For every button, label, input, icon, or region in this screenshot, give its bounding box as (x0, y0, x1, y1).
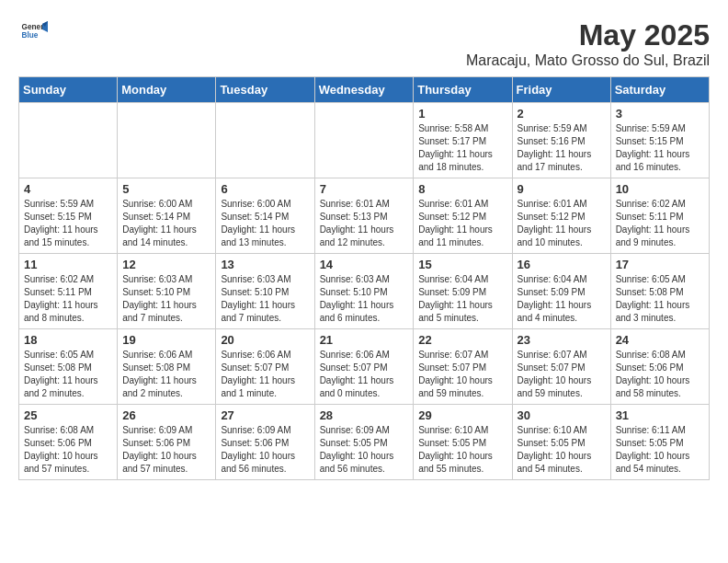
day-number: 21 (320, 333, 409, 347)
day-info: Sunrise: 6:02 AM Sunset: 5:11 PM Dayligh… (24, 273, 112, 325)
calendar-cell: 3Sunrise: 5:59 AM Sunset: 5:15 PM Daylig… (610, 103, 709, 178)
calendar-cell: 26Sunrise: 6:09 AM Sunset: 5:06 PM Dayli… (118, 405, 216, 480)
calendar-cell: 8Sunrise: 6:01 AM Sunset: 5:12 PM Daylig… (414, 178, 512, 254)
day-info: Sunrise: 5:58 AM Sunset: 5:17 PM Dayligh… (418, 122, 506, 174)
page-subtitle: Maracaju, Mato Grosso do Sul, Brazil (466, 52, 710, 69)
calendar-cell: 6Sunrise: 6:00 AM Sunset: 5:14 PM Daylig… (216, 178, 314, 254)
calendar-cell (19, 103, 118, 178)
calendar-cell: 20Sunrise: 6:06 AM Sunset: 5:07 PM Dayli… (216, 329, 314, 405)
day-info: Sunrise: 6:04 AM Sunset: 5:09 PM Dayligh… (518, 273, 606, 325)
day-info: Sunrise: 6:03 AM Sunset: 5:10 PM Dayligh… (320, 273, 409, 325)
day-info: Sunrise: 6:10 AM Sunset: 5:05 PM Dayligh… (518, 424, 606, 476)
calendar-cell: 1Sunrise: 5:58 AM Sunset: 5:17 PM Daylig… (414, 103, 512, 178)
day-number: 17 (616, 258, 704, 271)
day-number: 22 (418, 333, 506, 347)
day-number: 14 (320, 258, 409, 271)
day-info: Sunrise: 5:59 AM Sunset: 5:15 PM Dayligh… (616, 122, 704, 174)
calendar-cell: 19Sunrise: 6:06 AM Sunset: 5:08 PM Dayli… (118, 329, 216, 405)
day-number: 30 (518, 408, 606, 422)
column-header-sunday: Sunday (19, 77, 118, 103)
calendar-cell: 24Sunrise: 6:08 AM Sunset: 5:06 PM Dayli… (610, 329, 709, 405)
day-info: Sunrise: 6:00 AM Sunset: 5:14 PM Dayligh… (122, 198, 210, 249)
day-info: Sunrise: 5:59 AM Sunset: 5:16 PM Dayligh… (518, 122, 606, 174)
calendar-week-row: 25Sunrise: 6:08 AM Sunset: 5:06 PM Dayli… (19, 405, 710, 480)
day-info: Sunrise: 6:01 AM Sunset: 5:13 PM Dayligh… (320, 198, 409, 249)
day-number: 25 (24, 408, 112, 422)
day-number: 28 (320, 408, 409, 422)
svg-text:Blue: Blue (22, 31, 39, 40)
day-number: 8 (418, 182, 506, 196)
day-info: Sunrise: 6:06 AM Sunset: 5:07 PM Dayligh… (221, 349, 309, 400)
day-number: 1 (418, 107, 506, 121)
calendar-cell: 4Sunrise: 5:59 AM Sunset: 5:15 PM Daylig… (19, 178, 118, 254)
page-title: May 2025 (466, 18, 710, 52)
calendar-cell: 29Sunrise: 6:10 AM Sunset: 5:05 PM Dayli… (414, 405, 512, 480)
day-info: Sunrise: 6:01 AM Sunset: 5:12 PM Dayligh… (518, 198, 606, 249)
calendar-cell: 25Sunrise: 6:08 AM Sunset: 5:06 PM Dayli… (19, 405, 118, 480)
calendar-cell: 22Sunrise: 6:07 AM Sunset: 5:07 PM Dayli… (414, 329, 512, 405)
calendar-cell: 5Sunrise: 6:00 AM Sunset: 5:14 PM Daylig… (118, 178, 216, 254)
day-info: Sunrise: 6:02 AM Sunset: 5:11 PM Dayligh… (616, 198, 704, 249)
day-number: 26 (122, 408, 210, 422)
logo: General Blue (18, 18, 48, 46)
day-info: Sunrise: 6:03 AM Sunset: 5:10 PM Dayligh… (221, 273, 309, 325)
day-number: 11 (24, 258, 112, 271)
calendar-cell: 31Sunrise: 6:11 AM Sunset: 5:05 PM Dayli… (610, 405, 709, 480)
day-info: Sunrise: 6:09 AM Sunset: 5:05 PM Dayligh… (320, 424, 409, 476)
day-number: 19 (122, 333, 210, 347)
calendar-week-row: 4Sunrise: 5:59 AM Sunset: 5:15 PM Daylig… (19, 178, 710, 254)
calendar-cell (216, 103, 314, 178)
calendar-cell: 2Sunrise: 5:59 AM Sunset: 5:16 PM Daylig… (512, 103, 610, 178)
title-block: May 2025 Maracaju, Mato Grosso do Sul, B… (466, 18, 710, 69)
day-info: Sunrise: 6:10 AM Sunset: 5:05 PM Dayligh… (418, 424, 506, 476)
calendar-cell: 10Sunrise: 6:02 AM Sunset: 5:11 PM Dayli… (610, 178, 709, 254)
calendar-cell: 23Sunrise: 6:07 AM Sunset: 5:07 PM Dayli… (512, 329, 610, 405)
calendar-cell: 16Sunrise: 6:04 AM Sunset: 5:09 PM Dayli… (512, 254, 610, 329)
column-header-friday: Friday (512, 77, 610, 103)
day-number: 3 (616, 107, 704, 121)
day-number: 12 (122, 258, 210, 271)
day-number: 10 (616, 182, 704, 196)
day-number: 6 (221, 182, 309, 196)
day-info: Sunrise: 6:01 AM Sunset: 5:12 PM Dayligh… (418, 198, 506, 249)
day-number: 27 (221, 408, 309, 422)
calendar-cell: 27Sunrise: 6:09 AM Sunset: 5:06 PM Dayli… (216, 405, 314, 480)
day-number: 24 (616, 333, 704, 347)
day-info: Sunrise: 6:06 AM Sunset: 5:07 PM Dayligh… (320, 349, 409, 400)
column-header-tuesday: Tuesday (216, 77, 314, 103)
day-info: Sunrise: 5:59 AM Sunset: 5:15 PM Dayligh… (24, 198, 112, 249)
day-number: 2 (518, 107, 606, 121)
day-number: 13 (221, 258, 309, 271)
page-header: General Blue May 2025 Maracaju, Mato Gro… (18, 18, 710, 69)
calendar-cell: 18Sunrise: 6:05 AM Sunset: 5:08 PM Dayli… (19, 329, 118, 405)
day-info: Sunrise: 6:09 AM Sunset: 5:06 PM Dayligh… (221, 424, 309, 476)
day-info: Sunrise: 6:07 AM Sunset: 5:07 PM Dayligh… (518, 349, 606, 400)
calendar-cell: 12Sunrise: 6:03 AM Sunset: 5:10 PM Dayli… (118, 254, 216, 329)
day-number: 15 (418, 258, 506, 271)
calendar-cell: 9Sunrise: 6:01 AM Sunset: 5:12 PM Daylig… (512, 178, 610, 254)
calendar-cell: 7Sunrise: 6:01 AM Sunset: 5:13 PM Daylig… (314, 178, 414, 254)
day-info: Sunrise: 6:00 AM Sunset: 5:14 PM Dayligh… (221, 198, 309, 249)
calendar-week-row: 18Sunrise: 6:05 AM Sunset: 5:08 PM Dayli… (19, 329, 710, 405)
column-header-thursday: Thursday (414, 77, 512, 103)
calendar-cell (314, 103, 414, 178)
calendar-week-row: 1Sunrise: 5:58 AM Sunset: 5:17 PM Daylig… (19, 103, 710, 178)
column-header-monday: Monday (118, 77, 216, 103)
column-header-saturday: Saturday (610, 77, 709, 103)
calendar-cell: 30Sunrise: 6:10 AM Sunset: 5:05 PM Dayli… (512, 405, 610, 480)
day-info: Sunrise: 6:05 AM Sunset: 5:08 PM Dayligh… (24, 349, 112, 400)
day-info: Sunrise: 6:05 AM Sunset: 5:08 PM Dayligh… (616, 273, 704, 325)
day-number: 9 (518, 182, 606, 196)
day-info: Sunrise: 6:08 AM Sunset: 5:06 PM Dayligh… (616, 349, 704, 400)
calendar-cell: 14Sunrise: 6:03 AM Sunset: 5:10 PM Dayli… (314, 254, 414, 329)
column-header-wednesday: Wednesday (314, 77, 414, 103)
calendar-cell (118, 103, 216, 178)
day-number: 4 (24, 182, 112, 196)
calendar-header-row: SundayMondayTuesdayWednesdayThursdayFrid… (19, 77, 710, 103)
day-info: Sunrise: 6:08 AM Sunset: 5:06 PM Dayligh… (24, 424, 112, 476)
calendar-table: SundayMondayTuesdayWednesdayThursdayFrid… (18, 76, 710, 480)
day-info: Sunrise: 6:09 AM Sunset: 5:06 PM Dayligh… (122, 424, 210, 476)
calendar-cell: 11Sunrise: 6:02 AM Sunset: 5:11 PM Dayli… (19, 254, 118, 329)
calendar-cell: 21Sunrise: 6:06 AM Sunset: 5:07 PM Dayli… (314, 329, 414, 405)
day-info: Sunrise: 6:11 AM Sunset: 5:05 PM Dayligh… (616, 424, 704, 476)
